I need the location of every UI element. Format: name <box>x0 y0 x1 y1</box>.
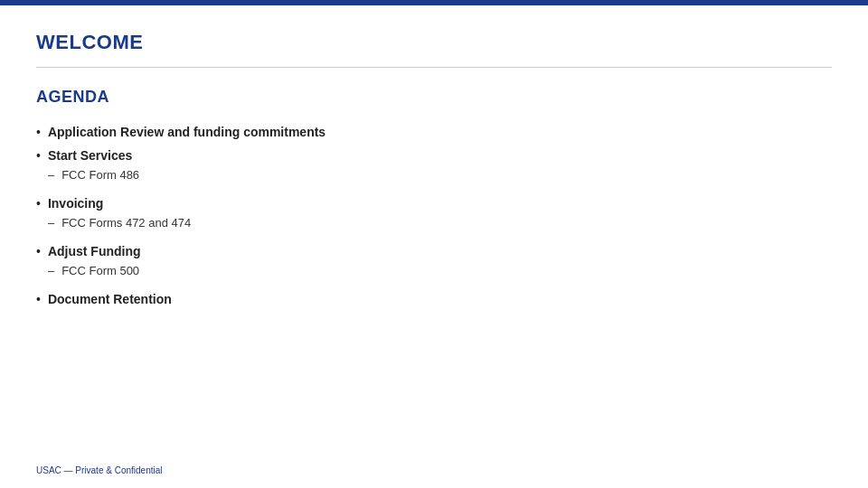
bullet-icon: • <box>36 125 41 139</box>
list-item: • Start Services – FCC Form 486 <box>36 148 832 187</box>
sub-list: – FCC Form 486 <box>48 168 139 187</box>
main-content: WELCOME AGENDA • Application Review and … <box>0 5 868 333</box>
agenda-item-label: Invoicing <box>48 196 191 211</box>
sub-list-item: – FCC Form 486 <box>48 168 139 182</box>
agenda-item-label: Document Retention <box>48 292 172 306</box>
agenda-item-wrapper: Application Review and funding commitmen… <box>48 125 326 139</box>
footer: USAC — Private & Confidential <box>36 465 163 475</box>
bullet-icon: • <box>36 148 41 163</box>
agenda-list: • Application Review and funding commitm… <box>36 125 832 306</box>
agenda-item-label: Application Review and funding commitmen… <box>48 125 326 139</box>
agenda-title: AGENDA <box>36 88 832 107</box>
agenda-item-label: Start Services <box>48 148 139 163</box>
sub-list-item: – FCC Forms 472 and 474 <box>48 216 191 230</box>
list-item: • Invoicing – FCC Forms 472 and 474 <box>36 196 832 235</box>
list-item: • Application Review and funding commitm… <box>36 125 832 139</box>
sub-bullet-icon: – <box>48 216 54 230</box>
divider <box>36 67 832 68</box>
agenda-item-wrapper: Start Services – FCC Form 486 <box>48 148 139 187</box>
list-item: • Document Retention <box>36 292 832 306</box>
sub-list: – FCC Form 500 <box>48 264 141 283</box>
sub-list: – FCC Forms 472 and 474 <box>48 216 191 235</box>
sub-bullet-icon: – <box>48 168 54 182</box>
agenda-item-wrapper: Adjust Funding – FCC Form 500 <box>48 244 141 283</box>
sub-item-label: FCC Form 486 <box>61 168 139 182</box>
bullet-icon: • <box>36 196 41 211</box>
sub-list-item: – FCC Form 500 <box>48 264 141 277</box>
list-item: • Adjust Funding – FCC Form 500 <box>36 244 832 283</box>
footer-text: USAC — Private & Confidential <box>36 465 163 475</box>
agenda-item-label: Adjust Funding <box>48 244 141 258</box>
agenda-item-wrapper: Invoicing – FCC Forms 472 and 474 <box>48 196 191 235</box>
bullet-icon: • <box>36 292 41 306</box>
sub-item-label: FCC Form 500 <box>61 264 139 277</box>
sub-bullet-icon: – <box>48 264 54 277</box>
sub-item-label: FCC Forms 472 and 474 <box>61 216 191 230</box>
agenda-item-wrapper: Document Retention <box>48 292 172 306</box>
welcome-title: WELCOME <box>36 31 832 54</box>
bullet-icon: • <box>36 244 41 258</box>
